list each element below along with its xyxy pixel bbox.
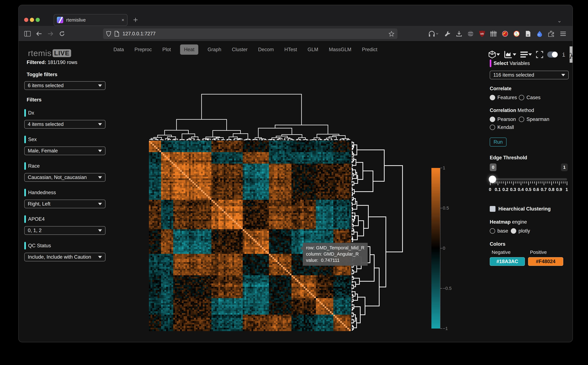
- nav-tab-heat[interactable]: Heat: [180, 44, 198, 55]
- list-icon[interactable]: [520, 51, 532, 58]
- radio-option-spearman[interactable]: Spearman: [519, 116, 548, 122]
- filter-dropdown-dx[interactable]: 4 items selected: [24, 120, 105, 129]
- radio-selected-icon[interactable]: [490, 117, 495, 122]
- radio-option-base[interactable]: base: [490, 228, 511, 234]
- reader-document-icon[interactable]: [523, 26, 533, 42]
- toggle-filters-heading: Toggle filters: [24, 72, 105, 77]
- duckduckgo-icon[interactable]: [512, 26, 522, 42]
- menu-icon[interactable]: [557, 26, 569, 42]
- tab-list-chevron-icon[interactable]: ⌄: [557, 17, 562, 24]
- window-zoom-button[interactable]: [36, 18, 40, 22]
- correlation-heatmap[interactable]: [149, 141, 351, 331]
- wrench-icon[interactable]: [442, 26, 453, 42]
- nav-tab-htest[interactable]: HTest: [283, 44, 298, 55]
- slider-tick: [515, 181, 515, 183]
- radio-option-pearson[interactable]: Pearson: [490, 116, 519, 122]
- filter-label-text: Handedness: [28, 190, 56, 196]
- list-caret-icon: [528, 53, 532, 56]
- nav-tab-massglm[interactable]: MassGLM: [328, 44, 353, 55]
- browser-tab[interactable]: rtemislive ×: [54, 14, 128, 26]
- nav-tab-data[interactable]: Data: [112, 44, 125, 55]
- run-button[interactable]: Run: [490, 138, 507, 147]
- nav-tab-preproc[interactable]: Preproc: [133, 44, 153, 55]
- filter-accent-bar: [24, 189, 26, 197]
- radio-label: Pearson: [497, 116, 516, 122]
- cube-icon[interactable]: [488, 51, 500, 58]
- extension-puzzle-icon[interactable]: [546, 26, 556, 42]
- slider-tick: [519, 181, 519, 183]
- nav-tab-predict[interactable]: Predict: [361, 44, 378, 55]
- url-text[interactable]: 127.0.0.1:7277: [122, 31, 389, 37]
- slider-tick: [523, 181, 523, 183]
- slider-tick-label: 0.6: [533, 187, 539, 192]
- bookmark-star-icon[interactable]: [389, 31, 394, 36]
- chart-icon[interactable]: [504, 51, 516, 58]
- theme-toggle[interactable]: [547, 51, 558, 58]
- slider-tick: [503, 181, 504, 183]
- headset-icon[interactable]: [426, 26, 441, 42]
- radio-label: base: [497, 228, 508, 234]
- filtered-rows-status: Filtered: 181/190 rows: [24, 59, 105, 65]
- noscript-icon[interactable]: [500, 26, 510, 42]
- sidebar-toggle-icon[interactable]: [22, 26, 33, 42]
- slider-tick: [490, 181, 491, 185]
- radio-option-plotly[interactable]: plotly: [511, 228, 532, 234]
- hierarchical-checkbox[interactable]: [490, 206, 495, 212]
- filter-dropdown-apoe4[interactable]: 0, 1, 2: [24, 226, 105, 235]
- url-bar[interactable]: 127.0.0.1:7277: [103, 28, 397, 39]
- chevron-down-icon: [98, 229, 102, 232]
- filter-accent-bar: [24, 162, 26, 170]
- filter-dropdown-sex[interactable]: Male, Female: [24, 147, 105, 155]
- globe-extension-icon[interactable]: [466, 26, 476, 42]
- toggle-filters-dropdown[interactable]: 6 items selected: [24, 81, 105, 90]
- select-variables-dropdown[interactable]: 116 items selected: [490, 71, 569, 79]
- radio-option-cases[interactable]: Cases: [519, 95, 548, 100]
- nav-tab-glm[interactable]: GLM: [306, 44, 320, 55]
- slider-tick-label: 0.7: [541, 187, 547, 192]
- nav-tab-cluster[interactable]: Cluster: [230, 44, 249, 55]
- radio-selected-icon[interactable]: [511, 228, 516, 234]
- filtered-value: 181/190 rows: [48, 59, 77, 65]
- download-icon[interactable]: [454, 26, 464, 42]
- slider-tick: [542, 181, 542, 183]
- filter-dropdown-qc-status[interactable]: Include, Include with Caution: [24, 253, 105, 261]
- radio-unselected-icon[interactable]: [490, 125, 495, 130]
- filter-dropdown-race[interactable]: Caucasian, Not_caucasian: [24, 173, 105, 182]
- slider-tick: [517, 181, 517, 183]
- nav-tab-decom[interactable]: Decom: [257, 44, 275, 55]
- window-minimize-button[interactable]: [30, 18, 34, 22]
- hierarchical-clustering-option[interactable]: Hiearchical Clustering: [490, 206, 569, 212]
- radio-selected-icon[interactable]: [490, 95, 495, 100]
- ublock-icon[interactable]: UO: [477, 26, 487, 42]
- edge-threshold-slider[interactable]: 0 1 00.10.20.30.40.50.60.70.80.91: [490, 163, 569, 197]
- colorbar-tick: [440, 328, 442, 329]
- info-icon[interactable]: i: [562, 51, 566, 58]
- radio-unselected-icon[interactable]: [519, 95, 524, 100]
- nav-tab-plot[interactable]: Plot: [161, 44, 172, 55]
- slider-tick: [511, 181, 512, 183]
- back-icon[interactable]: [34, 26, 45, 42]
- colorbar-tick-label: 0.5: [443, 205, 449, 211]
- app-content: rtemis LIVE DataPreprocPlotHeatGraphClus…: [19, 42, 573, 342]
- fullscreen-icon[interactable]: [536, 51, 543, 58]
- negative-color-button[interactable]: #18A3AC: [490, 257, 525, 266]
- positive-color-button[interactable]: #F48024: [528, 257, 563, 266]
- nav-tab-graph[interactable]: Graph: [206, 44, 223, 55]
- tab-close-icon[interactable]: ×: [122, 17, 124, 23]
- reload-icon[interactable]: [56, 26, 68, 42]
- slider-track[interactable]: [490, 178, 567, 180]
- slider-tick-labels: 00.10.20.30.40.50.60.70.80.91: [490, 187, 567, 192]
- waterdrop-icon[interactable]: [534, 26, 545, 42]
- slider-tick: [496, 181, 496, 183]
- radio-option-features[interactable]: Features: [490, 95, 519, 100]
- colorbar-tick-label: −1: [443, 326, 448, 331]
- radio-unselected-icon[interactable]: [519, 117, 524, 122]
- radio-unselected-icon[interactable]: [490, 228, 495, 234]
- forward-icon[interactable]: [45, 26, 56, 42]
- radio-option-kendall[interactable]: Kendall: [490, 124, 519, 130]
- filter-dropdown-handedness[interactable]: Right, Left: [24, 200, 105, 208]
- window-close-button[interactable]: [24, 18, 28, 22]
- new-tab-button[interactable]: +: [133, 16, 138, 24]
- fence-icon[interactable]: [488, 26, 499, 42]
- slider-tick: [521, 181, 521, 185]
